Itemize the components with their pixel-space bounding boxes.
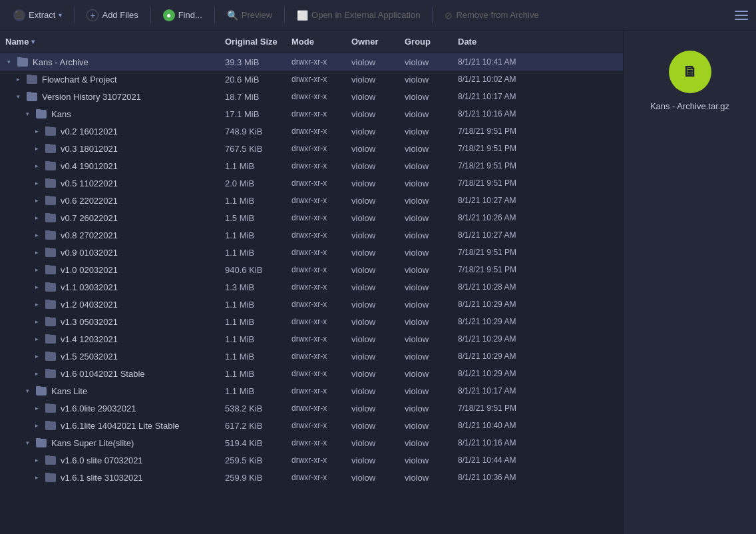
col-date-header[interactable]: Date — [458, 37, 618, 47]
file-panel[interactable]: Name ▾ Original Size Mode Owner Group Da… — [0, 31, 623, 534]
row-group: violow — [405, 230, 458, 240]
table-row[interactable]: ▸ v1.6.0 slite 07032021 259.5 KiB drwxr-… — [0, 451, 623, 469]
tree-toggle[interactable]: ▾ — [26, 439, 34, 446]
table-row[interactable]: ▾ Kans Lite 1.1 MiB drwxr-xr-x violow vi… — [0, 382, 623, 400]
tree-toggle[interactable]: ▸ — [35, 284, 43, 290]
table-row[interactable]: ▸ v0.8 27022021 1.1 MiB drwxr-xr-x violo… — [0, 226, 623, 244]
tree-toggle[interactable]: ▸ — [35, 318, 43, 325]
row-size: 940.6 KiB — [225, 265, 291, 275]
sort-arrow-icon: ▾ — [31, 38, 35, 45]
row-group: violow — [405, 334, 458, 344]
row-owner: violow — [351, 282, 405, 292]
archive-filename: Kans - Archive.tar.gz — [644, 101, 736, 111]
tree-toggle[interactable]: ▸ — [35, 197, 43, 204]
table-row[interactable]: ▸ v1.6.1lite 14042021 Lite Stable 617.2 … — [0, 417, 623, 434]
table-row[interactable]: ▸ v1.6.1 slite 31032021 259.9 KiB drwxr-… — [0, 469, 623, 486]
row-size: 20.6 MiB — [225, 75, 291, 85]
row-owner: violow — [351, 196, 405, 206]
find-label: Find... — [178, 10, 202, 20]
col-size-header[interactable]: Original Size — [225, 37, 291, 47]
row-size: 1.1 MiB — [225, 386, 291, 396]
table-row[interactable]: ▾ Kans - Archive 39.3 MiB drwxr-xr-x vio… — [0, 53, 623, 71]
row-label: v1.4 12032021 — [61, 334, 118, 344]
tree-toggle[interactable]: ▸ — [35, 474, 43, 481]
table-row[interactable]: ▸ v1.4 12032021 1.1 MiB drwxr-xr-x violo… — [0, 330, 623, 348]
col-owner-header[interactable]: Owner — [351, 37, 405, 47]
table-row[interactable]: ▾ Kans 17.1 MiB drwxr-xr-x violow violow… — [0, 105, 623, 123]
tree-container: ▾ Kans - Archive 39.3 MiB drwxr-xr-x vio… — [0, 53, 623, 486]
table-row[interactable]: ▸ v0.9 01032021 1.1 MiB drwxr-xr-x violo… — [0, 244, 623, 261]
tree-toggle[interactable]: ▸ — [35, 353, 43, 360]
table-row[interactable]: ▸ v0.2 16012021 748.9 KiB drwxr-xr-x vio… — [0, 123, 623, 140]
folder-icon — [45, 179, 56, 188]
open-external-button[interactable]: ⬜ Open in External Application — [290, 7, 427, 24]
row-mode: drwxr-xr-x — [291, 230, 351, 240]
tree-toggle[interactable]: ▾ — [26, 111, 34, 117]
row-name: ▸ v1.6.0lite 29032021 — [5, 403, 225, 413]
tree-toggle[interactable]: ▸ — [17, 76, 25, 83]
tree-toggle[interactable]: ▸ — [35, 214, 43, 221]
table-row[interactable]: ▸ v1.0 02032021 940.6 KiB drwxr-xr-x vio… — [0, 261, 623, 278]
extract-button[interactable]: ⬛ Extract ▾ — [7, 6, 69, 25]
tree-toggle[interactable]: ▸ — [35, 145, 43, 152]
tree-toggle[interactable]: ▸ — [35, 301, 43, 308]
col-mode-header[interactable]: Mode — [291, 37, 351, 47]
table-row[interactable]: ▸ v1.5 25032021 1.1 MiB drwxr-xr-x violo… — [0, 348, 623, 365]
tree-toggle[interactable]: ▸ — [35, 405, 43, 411]
row-label: v0.4 19012021 — [61, 161, 118, 171]
row-date: 8/1/21 10:36 AM — [458, 473, 618, 482]
add-files-button[interactable]: + Add Files — [80, 6, 144, 25]
row-label: v1.2 04032021 — [61, 300, 118, 310]
table-row[interactable]: ▸ v0.3 18012021 767.5 KiB drwxr-xr-x vio… — [0, 140, 623, 157]
col-name-header[interactable]: Name ▾ — [5, 37, 225, 47]
tree-toggle[interactable]: ▸ — [35, 128, 43, 134]
table-row[interactable]: ▸ v0.6 22022021 1.1 MiB drwxr-xr-x violo… — [0, 192, 623, 209]
tree-toggle[interactable]: ▸ — [35, 266, 43, 273]
row-label: Version History 31072021 — [42, 92, 141, 102]
tree-toggle[interactable]: ▸ — [35, 370, 43, 377]
row-date: 7/18/21 9:51 PM — [458, 178, 618, 188]
row-mode: drwxr-xr-x — [291, 300, 351, 309]
row-owner: violow — [351, 300, 405, 310]
tree-toggle[interactable]: ▾ — [17, 93, 25, 100]
row-owner: violow — [351, 438, 405, 448]
preview-button[interactable]: 🔍 Preview — [220, 7, 279, 24]
col-group-header[interactable]: Group — [405, 37, 458, 47]
tree-toggle[interactable]: ▸ — [35, 457, 43, 463]
tree-toggle[interactable]: ▾ — [7, 59, 15, 65]
tree-toggle[interactable]: ▸ — [35, 162, 43, 169]
folder-icon — [45, 335, 56, 344]
table-row[interactable]: ▸ v1.1 03032021 1.3 MiB drwxr-xr-x violo… — [0, 278, 623, 296]
table-row[interactable]: ▸ v0.4 19012021 1.1 MiB drwxr-xr-x violo… — [0, 157, 623, 174]
table-row[interactable]: ▾ Version History 31072021 18.7 MiB drwx… — [0, 88, 623, 105]
tree-toggle[interactable]: ▸ — [35, 249, 43, 256]
row-mode: drwxr-xr-x — [291, 127, 351, 136]
tree-toggle[interactable]: ▾ — [26, 388, 34, 394]
table-row[interactable]: ▸ v1.6 01042021 Stable 1.1 MiB drwxr-xr-… — [0, 365, 623, 382]
table-row[interactable]: ▸ v1.2 04032021 1.1 MiB drwxr-xr-x violo… — [0, 296, 623, 313]
folder-icon — [45, 214, 56, 222]
row-date: 7/18/21 9:51 PM — [458, 403, 618, 413]
tree-toggle[interactable]: ▸ — [35, 422, 43, 429]
remove-archive-button[interactable]: ⊘ Remove from Archive — [438, 7, 545, 24]
folder-icon — [17, 58, 28, 67]
table-row[interactable]: ▸ v1.6.0lite 29032021 538.2 KiB drwxr-xr… — [0, 400, 623, 417]
folder-icon — [45, 318, 56, 326]
folder-icon — [27, 75, 37, 84]
tree-toggle[interactable]: ▸ — [35, 232, 43, 238]
row-owner: violow — [351, 369, 405, 379]
find-button[interactable]: ● Find... — [156, 6, 209, 25]
row-size: 1.1 MiB — [225, 369, 291, 379]
menu-button[interactable] — [733, 7, 749, 23]
table-row[interactable]: ▸ v0.5 11022021 2.0 MiB drwxr-xr-x violo… — [0, 174, 623, 192]
table-row[interactable]: ▸ Flowchart & Project 20.6 MiB drwxr-xr-… — [0, 71, 623, 88]
table-row[interactable]: ▾ Kans Super Lite(slite) 519.4 KiB drwxr… — [0, 434, 623, 451]
tree-toggle[interactable]: ▸ — [35, 336, 43, 342]
row-mode: drwxr-xr-x — [291, 92, 351, 101]
table-row[interactable]: ▸ v0.7 26022021 1.5 MiB drwxr-xr-x violo… — [0, 209, 623, 226]
row-group: violow — [405, 57, 458, 67]
tree-toggle[interactable]: ▸ — [35, 180, 43, 186]
table-row[interactable]: ▸ v1.3 05032021 1.1 MiB drwxr-xr-x violo… — [0, 313, 623, 330]
row-label: v0.6 22022021 — [61, 196, 118, 206]
divider-1 — [74, 7, 75, 23]
